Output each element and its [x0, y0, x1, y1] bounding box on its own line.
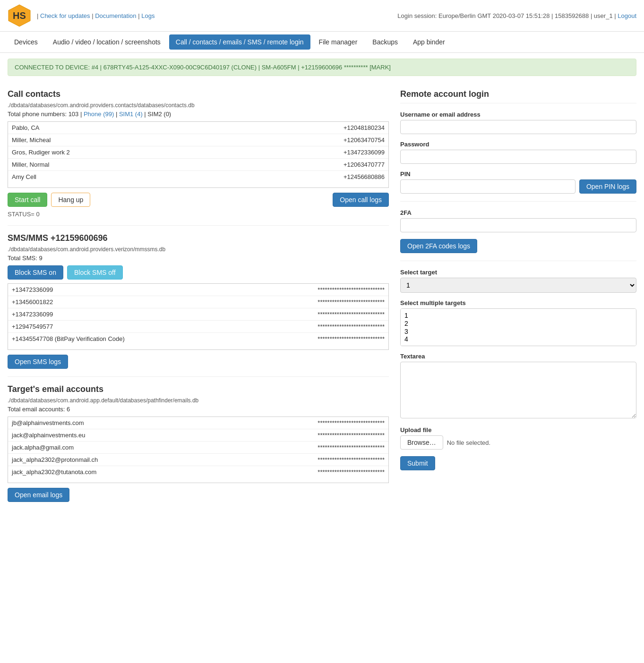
sms-number: +12947549577	[8, 321, 243, 333]
submit-row: Submit	[400, 456, 636, 470]
email-content: ****************************	[220, 454, 388, 466]
call-contacts-section: Call contacts ./dbdata/databases/com.and…	[8, 89, 389, 218]
nav-app-binder[interactable]: App binder	[406, 34, 452, 50]
sms-section: SMS/MMS +12159600696 ./dbdata/databases/…	[8, 233, 389, 369]
connected-alert: CONNECTED TO DEVICE: #4 | 678RTY45-A125-…	[8, 59, 636, 76]
sim2-label: SIM2 (0)	[147, 110, 171, 118]
svg-text:HS: HS	[13, 10, 26, 21]
email-content: ****************************	[220, 442, 388, 454]
divider-pin	[400, 201, 636, 202]
nav-devices[interactable]: Devices	[8, 34, 44, 50]
sms-number: +13472336099	[8, 308, 243, 321]
left-panel: Call contacts ./dbdata/databases/com.and…	[8, 89, 389, 506]
open-pin-logs-button[interactable]: Open PIN logs	[579, 179, 636, 194]
pin-group: PIN Open PIN logs	[400, 170, 636, 194]
logs-link[interactable]: Logs	[141, 12, 155, 19]
file-upload-row: Browse… No file selected.	[400, 435, 636, 450]
total-phones-label: Total phone numbers: 103 |	[8, 110, 82, 118]
contact-number: +12063470777	[226, 159, 388, 171]
email-address: jack@alphainvestments.eu	[8, 429, 220, 442]
email-total: Total email accounts: 6	[8, 406, 389, 413]
no-file-label: No file selected.	[447, 439, 491, 446]
email-path: ./dbdata/databases/com.android.app.defau…	[8, 397, 389, 404]
call-contacts-info: Total phone numbers: 103 | Phone (99) | …	[8, 110, 389, 118]
nav-call-contacts[interactable]: Call / contacts / emails / SMS / remote …	[169, 34, 310, 50]
select-target-dropdown[interactable]: 1234	[400, 278, 636, 293]
divider-2fa	[400, 261, 636, 261]
start-call-button[interactable]: Start call	[8, 193, 47, 207]
nav-file-manager[interactable]: File manager	[312, 34, 364, 50]
password-input[interactable]	[400, 150, 636, 164]
contact-number: +12063470754	[226, 134, 388, 146]
browse-button[interactable]: Browse…	[400, 435, 443, 450]
open-email-logs-button[interactable]: Open email logs	[8, 488, 69, 502]
sms-table-wrapper: +13472336099****************************…	[8, 283, 389, 350]
email-content: ****************************	[220, 417, 388, 429]
password-group: Password	[400, 141, 636, 164]
textarea-label: Textarea	[400, 353, 636, 360]
message-textarea[interactable]	[400, 362, 636, 418]
logo-icon: HS	[8, 4, 31, 27]
twofa-input[interactable]	[400, 218, 636, 232]
table-row: jack_alpha2302@protonmail.ch************…	[8, 454, 388, 466]
table-row: Pablo, CA+12048180234	[8, 122, 388, 134]
username-input[interactable]	[400, 120, 636, 134]
pin-input[interactable]	[400, 179, 575, 194]
select-multiple-label: Select multiple targets	[400, 299, 636, 306]
sms-content: ****************************	[243, 333, 388, 345]
check-updates-link[interactable]: Check for updates	[40, 12, 90, 19]
contact-number: +12456680886	[226, 171, 388, 183]
phone-filter-link[interactable]: Phone (99)	[84, 110, 114, 118]
open-2fa-logs-button[interactable]: Open 2FA codes logs	[400, 239, 477, 253]
table-row: jack@alphainvestments.eu****************…	[8, 429, 388, 442]
nav-audio-video[interactable]: Audio / video / location / screenshots	[46, 34, 167, 50]
sms-content: ****************************	[243, 284, 388, 296]
alert-text: CONNECTED TO DEVICE: #4 | 678RTY45-A125-…	[15, 64, 391, 71]
select-multiple-listbox[interactable]: 1234	[400, 308, 636, 346]
email-address: jb@alphainvestments.com	[8, 417, 220, 429]
session-info: Login session: Europe/Berlin GMT 2020-03…	[397, 12, 616, 19]
submit-button[interactable]: Submit	[400, 456, 435, 470]
table-row: +13472336099****************************	[8, 284, 388, 296]
username-label: Username or email address	[400, 111, 636, 118]
documentation-link[interactable]: Documentation	[95, 12, 136, 19]
table-row: Miller, Normal+12063470777	[8, 159, 388, 171]
open-call-logs-button[interactable]: Open call logs	[333, 193, 389, 207]
divider-1	[8, 225, 389, 226]
nav-backups[interactable]: Backups	[366, 34, 404, 50]
contact-name: Miller, Micheal	[8, 134, 226, 146]
open-sms-logs-button[interactable]: Open SMS logs	[8, 355, 68, 369]
email-title: Target's email accounts	[8, 384, 389, 394]
block-sms-off-button[interactable]: Block SMS off	[67, 265, 123, 280]
call-button-row: Start call Hang up Open call logs	[8, 193, 389, 207]
sms-path: ./dbdata/databases/com.android.providers…	[8, 246, 389, 253]
sim1-filter-link[interactable]: SIM1 (4)	[119, 110, 143, 118]
call-status: STATUS= 0	[8, 211, 389, 218]
table-row: Gros, Rudiger work 2+13472336099	[8, 146, 388, 159]
password-label: Password	[400, 141, 636, 148]
twofa-button-row: Open 2FA codes logs	[400, 239, 636, 253]
sms-block-button-row: Block SMS on Block SMS off	[8, 265, 389, 280]
sms-number: +14345547708 (BitPay Verification Code)	[8, 333, 243, 345]
logout-link[interactable]: Logout	[618, 12, 636, 19]
upload-label: Upload file	[400, 426, 636, 434]
username-group: Username or email address	[400, 111, 636, 134]
remote-divider	[400, 103, 636, 103]
block-sms-on-button[interactable]: Block SMS on	[8, 265, 63, 280]
select-target-group: Select target 1234	[400, 269, 636, 293]
main-content: Call contacts ./dbdata/databases/com.and…	[0, 82, 644, 513]
sms-number: +13456001822	[8, 296, 243, 308]
sms-content: ****************************	[243, 296, 388, 308]
email-table-wrapper: jb@alphainvestments.com*****************…	[8, 416, 389, 483]
email-logs-row: Open email logs	[8, 488, 389, 502]
navigation: Devices Audio / video / location / scree…	[0, 32, 644, 53]
contact-name: Amy Cell	[8, 171, 226, 183]
twofa-label: 2FA	[400, 209, 636, 216]
contact-name: Miller, Normal	[8, 159, 226, 171]
remote-login-title: Remote account login	[400, 89, 636, 99]
email-address: jack_alpha2302@tutanota.com	[8, 466, 220, 478]
sms-table: +13472336099****************************…	[8, 284, 388, 345]
email-address: jack.alpha@gmail.com	[8, 442, 220, 454]
table-row: Miller, Micheal+12063470754	[8, 134, 388, 146]
hang-up-button[interactable]: Hang up	[51, 193, 90, 207]
